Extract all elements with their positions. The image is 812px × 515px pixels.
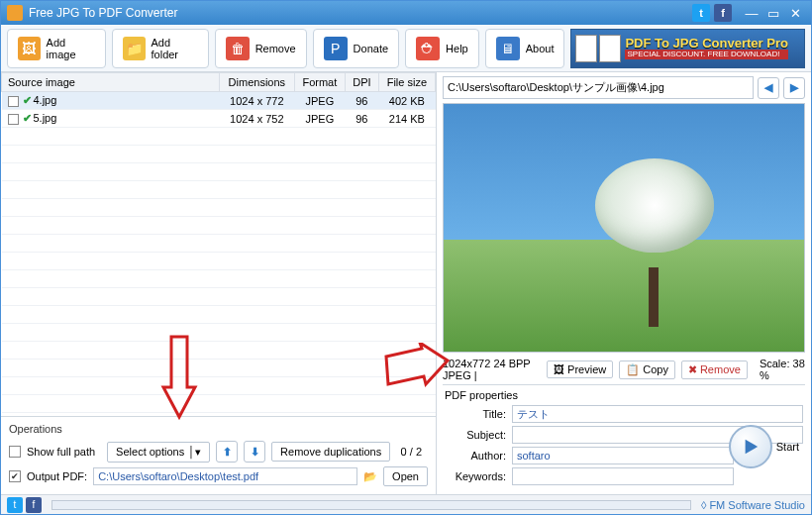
move-down-button[interactable]: ⬇ <box>244 441 265 463</box>
twitter-icon[interactable]: t <box>692 4 710 22</box>
prev-image-button[interactable]: ◀ <box>758 77 779 99</box>
progress-bar <box>51 500 691 510</box>
app-title: Free JPG To PDF Converter <box>29 6 692 20</box>
ad-subtitle: SPECIAL DISCOUNT. FREE DOWNLOAD! <box>625 50 787 59</box>
author-label: Author: <box>445 450 506 462</box>
preview-button[interactable]: 🖼 Preview <box>547 360 613 378</box>
operations-heading: Operations <box>9 423 428 435</box>
next-image-button[interactable]: ▶ <box>783 77 805 99</box>
table-row[interactable]: ✔5.jpg1024 x 752JPEG96214 KB <box>2 110 436 128</box>
status-twitter-icon[interactable]: t <box>7 497 23 513</box>
output-pdf-label: Output PDF: <box>27 470 87 482</box>
start-button[interactable] <box>729 425 772 468</box>
status-facebook-icon[interactable]: f <box>26 497 42 513</box>
add-image-button[interactable]: 🖼Add image <box>7 29 106 68</box>
show-full-path-checkbox[interactable] <box>9 446 21 458</box>
col-filesize[interactable]: File size <box>378 73 435 92</box>
show-full-path-label: Show full path <box>27 446 95 458</box>
author-input[interactable] <box>512 447 734 464</box>
add-folder-button[interactable]: 📁Add folder <box>112 29 209 68</box>
toolbar: 🖼Add image 📁Add folder 🗑Remove PDonate ⛑… <box>1 25 811 72</box>
titlebar-social: t f <box>692 4 732 22</box>
app-icon <box>7 5 23 21</box>
file-grid[interactable]: Source image Dimensions Format DPI File … <box>1 72 436 416</box>
ad-title: PDF To JPG Converter Pro <box>625 37 787 50</box>
image-info: 1024x772 24 BPP JPEG | <box>443 358 541 381</box>
donate-button[interactable]: PDonate <box>313 29 399 68</box>
col-dpi[interactable]: DPI <box>346 73 379 92</box>
col-dimensions[interactable]: Dimensions <box>220 73 295 92</box>
browse-icon[interactable]: 📂 <box>363 470 377 483</box>
select-options-button[interactable]: Select options│▾ <box>107 442 210 463</box>
copy-button[interactable]: 📋 Copy <box>619 360 675 379</box>
col-source[interactable]: Source image <box>2 73 220 92</box>
move-up-button[interactable]: ⬆ <box>216 441 238 463</box>
subject-label: Subject: <box>445 429 506 441</box>
pdf-properties-heading: PDF properties <box>445 389 803 401</box>
col-format[interactable]: Format <box>294 73 345 92</box>
statusbar: t f ◊ FM Software Studio <box>1 494 811 514</box>
titlebar: Free JPG To PDF Converter t f ― ▭ ✕ <box>1 1 811 25</box>
operations-panel: Operations Show full path Select options… <box>1 416 436 494</box>
minimize-button[interactable]: ― <box>742 4 761 22</box>
preview-info-bar: 1024x772 24 BPP JPEG | 🖼 Preview 📋 Copy … <box>443 355 805 384</box>
output-path-field[interactable]: C:\Users\softaro\Desktop\test.pdf <box>93 467 357 485</box>
image-preview[interactable] <box>443 103 805 353</box>
ad-banner[interactable]: PDF To JPG Converter Pro SPECIAL DISCOUN… <box>570 29 805 68</box>
output-pdf-checkbox[interactable]: ✔ <box>9 470 21 482</box>
keywords-label: Keywords: <box>445 470 506 482</box>
preview-remove-button[interactable]: ✖ Remove <box>681 360 748 379</box>
maximize-button[interactable]: ▭ <box>763 4 783 22</box>
company-link[interactable]: ◊ FM Software Studio <box>701 499 805 511</box>
close-button[interactable]: ✕ <box>785 4 805 22</box>
scale-label: Scale: 38 % <box>760 358 805 381</box>
open-button[interactable]: Open <box>383 466 428 486</box>
left-panel: Source image Dimensions Format DPI File … <box>1 72 437 494</box>
about-button[interactable]: 🖥About <box>485 29 565 68</box>
preview-path-field[interactable]: C:\Users\softaro\Desktop\サンプル画像\4.jpg <box>443 76 754 99</box>
facebook-icon[interactable]: f <box>714 4 732 22</box>
title-label: Title: <box>445 408 506 420</box>
title-input[interactable] <box>512 405 803 423</box>
selection-counter: 0 / 2 <box>401 446 422 458</box>
remove-duplications-button[interactable]: Remove duplications <box>271 442 390 462</box>
remove-button[interactable]: 🗑Remove <box>215 29 307 68</box>
start-label: Start <box>776 441 799 453</box>
keywords-input[interactable] <box>512 467 734 485</box>
help-button[interactable]: ⛑Help <box>405 29 479 68</box>
window-buttons: ― ▭ ✕ <box>742 4 805 22</box>
table-row[interactable]: ✔4.jpg1024 x 772JPEG96402 KB <box>2 92 436 110</box>
